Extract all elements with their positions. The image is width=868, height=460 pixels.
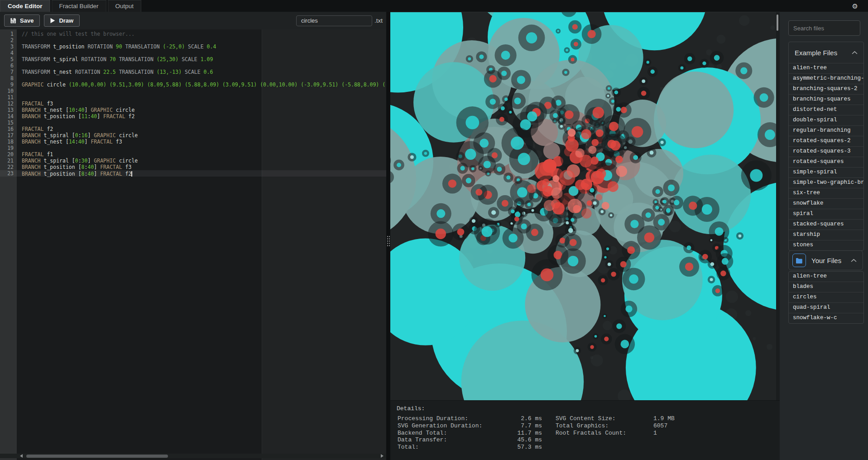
code-line[interactable]: 16FRACTAL f2 xyxy=(0,126,386,132)
details-grid: Processing Duration:2.6 msSVG Content Si… xyxy=(398,415,735,451)
file-item[interactable]: rotated-squares-2 xyxy=(789,136,863,146)
file-item[interactable]: rotated-squares-3 xyxy=(789,146,863,157)
code-line[interactable]: 2 xyxy=(0,37,386,43)
example-files-header[interactable]: Example Files xyxy=(789,42,863,63)
file-item[interactable]: rotated-squares xyxy=(789,157,863,167)
code-text: BRANCH t_nest [10:40] GRAPHIC circle xyxy=(22,107,134,113)
file-sidebar: Example Files alien-treeasymmetric-branc… xyxy=(780,12,868,460)
file-item[interactable]: regular-branching xyxy=(789,125,863,136)
tab-code-editor[interactable]: Code Editor xyxy=(0,0,50,12)
code-line[interactable]: 21BRANCH t_spiral [0:30] GRAPHIC circle xyxy=(0,158,386,164)
details-label xyxy=(556,444,653,451)
details-label: Data Transfer: xyxy=(398,436,512,444)
file-item[interactable]: branching-squares-2 xyxy=(789,84,863,94)
scroll-left-arrow[interactable] xyxy=(20,454,23,458)
file-item[interactable]: stacked-squares xyxy=(789,219,863,230)
tabs: Code EditorFractal BuilderOutput xyxy=(0,0,143,12)
file-item[interactable]: alien-tree xyxy=(789,272,863,282)
file-item[interactable]: snowflake xyxy=(789,198,863,209)
code-line[interactable]: 11 xyxy=(0,94,386,101)
file-item[interactable]: simple-two-graphic-bra xyxy=(789,177,863,188)
line-number: 4 xyxy=(0,50,17,56)
save-button[interactable]: Save xyxy=(4,14,40,27)
code-line[interactable]: 20FRACTAL f1 xyxy=(0,151,386,158)
code-line[interactable]: 6 xyxy=(0,62,386,69)
code-line[interactable]: 1// this one will test the browser... xyxy=(0,31,386,37)
code-line[interactable]: 19 xyxy=(0,145,386,151)
file-item[interactable]: double-spiral xyxy=(789,115,863,125)
code-line[interactable]: 18BRANCH t_nest [14:40] FRACTAL f3 xyxy=(0,139,386,145)
settings-gear-icon[interactable]: ⚙ xyxy=(852,3,858,10)
code-text: TRANSFORM t_nest ROTATION 22.5 TRANSLATI… xyxy=(22,69,213,75)
line-number: 12 xyxy=(0,101,17,107)
line-number: 5 xyxy=(0,56,17,62)
your-files-header[interactable]: Your Files xyxy=(788,250,863,270)
your-files-list: alien-treebladescirclesquad-spiralsnowfl… xyxy=(788,271,864,324)
details-value: 1.9 MB xyxy=(653,415,735,422)
line-number: 1 xyxy=(0,31,17,37)
tab-output[interactable]: Output xyxy=(108,0,142,12)
details-value: 2.6 ms xyxy=(512,415,542,422)
canvas-vertical-scrollbar-thumb[interactable] xyxy=(777,14,778,31)
code-line[interactable]: 8 xyxy=(0,75,386,81)
file-item[interactable]: distorted-net xyxy=(789,105,863,115)
code-line[interactable]: 17BRANCH t_spiral [0:16] GRAPHIC circle xyxy=(0,132,386,139)
filename-input[interactable] xyxy=(296,15,372,26)
draw-button[interactable]: Draw xyxy=(44,14,80,27)
output-pane: Details: Processing Duration:2.6 msSVG C… xyxy=(390,12,780,460)
code-line[interactable]: 22BRANCH t_position [8:40] FRACTAL f3 xyxy=(0,164,386,170)
editor-horizontal-scrollbar[interactable] xyxy=(0,454,386,458)
details-value: 11.7 ms xyxy=(512,430,542,437)
file-item[interactable]: blades xyxy=(789,282,863,292)
chevron-up-icon[interactable] xyxy=(852,51,858,54)
file-item[interactable]: circles xyxy=(789,292,863,302)
file-item[interactable]: six-tree xyxy=(789,188,863,198)
file-item[interactable]: asymmetric-branching-t xyxy=(789,73,863,84)
line-number: 3 xyxy=(0,43,17,50)
tab-fractal-builder[interactable]: Fractal Builder xyxy=(52,0,106,12)
code-line[interactable]: 13BRANCH t_nest [10:40] GRAPHIC circle xyxy=(0,107,386,113)
file-item[interactable]: starship xyxy=(789,230,863,240)
chevron-up-icon[interactable] xyxy=(851,259,857,262)
file-item[interactable]: simple-spiral xyxy=(789,167,863,177)
code-line[interactable]: 5TRANSFORM t_spiral ROTATION 70 TRANSLAT… xyxy=(0,56,386,62)
file-item[interactable]: quad-spiral xyxy=(789,302,863,313)
fractal-svg xyxy=(390,12,776,400)
code-line[interactable]: 7TRANSFORM t_nest ROTATION 22.5 TRANSLAT… xyxy=(0,69,386,75)
play-icon xyxy=(50,18,55,24)
file-item[interactable]: spiral xyxy=(789,209,863,219)
spacer xyxy=(542,422,556,430)
spacer xyxy=(542,415,556,422)
code-line[interactable]: 14BRANCH t_position [11:40] FRACTAL f2 xyxy=(0,113,386,120)
code-text: BRANCH t_position [11:40] FRACTAL f2 xyxy=(22,113,134,120)
code-line[interactable]: 4 xyxy=(0,50,386,56)
code-line[interactable]: 9GRAPHIC circle (10.00,0.00) (9.51,3.09)… xyxy=(0,81,386,88)
file-item[interactable]: alien-tree xyxy=(789,63,863,73)
filename-group: .txt xyxy=(296,15,383,26)
code-line[interactable]: 10 xyxy=(0,88,386,94)
pane-resize-handle[interactable] xyxy=(386,12,390,460)
file-item[interactable]: branching-squares xyxy=(789,94,863,105)
your-files-title: Your Files xyxy=(811,257,841,264)
code-line[interactable]: 23BRANCH t_position [8:40] FRACTAL f2 xyxy=(0,170,386,177)
code-text: FRACTAL f3 xyxy=(22,101,53,107)
code-text: BRANCH t_position [8:40] FRACTAL f2 xyxy=(22,170,132,177)
example-files-panel: Example Files alien-treeasymmetric-branc… xyxy=(788,42,864,251)
details-value xyxy=(653,436,735,444)
tab-bar: Code EditorFractal BuilderOutput ⚙ xyxy=(0,0,868,12)
file-item[interactable]: stones xyxy=(789,240,863,250)
line-number: 15 xyxy=(0,120,17,126)
file-item[interactable]: snowflake-w-c xyxy=(789,313,863,323)
search-files-input[interactable] xyxy=(788,20,860,36)
code-line[interactable]: 12FRACTAL f3 xyxy=(0,101,386,107)
code-line[interactable]: 3TRANSFORM t_position ROTATION 90 TRANSL… xyxy=(0,43,386,50)
code-text: BRANCH t_nest [14:40] FRACTAL f3 xyxy=(22,139,122,145)
code-text: TRANSFORM t_position ROTATION 90 TRANSLA… xyxy=(22,43,216,50)
scroll-right-arrow[interactable] xyxy=(381,454,384,458)
code-text: FRACTAL f1 xyxy=(22,151,53,158)
code-editor[interactable]: 1// this one will test the browser...23T… xyxy=(0,29,386,460)
code-line[interactable]: 15 xyxy=(0,120,386,126)
fractal-canvas[interactable] xyxy=(390,12,776,400)
horizontal-scrollbar-thumb[interactable] xyxy=(26,455,168,458)
line-number: 10 xyxy=(0,88,17,94)
